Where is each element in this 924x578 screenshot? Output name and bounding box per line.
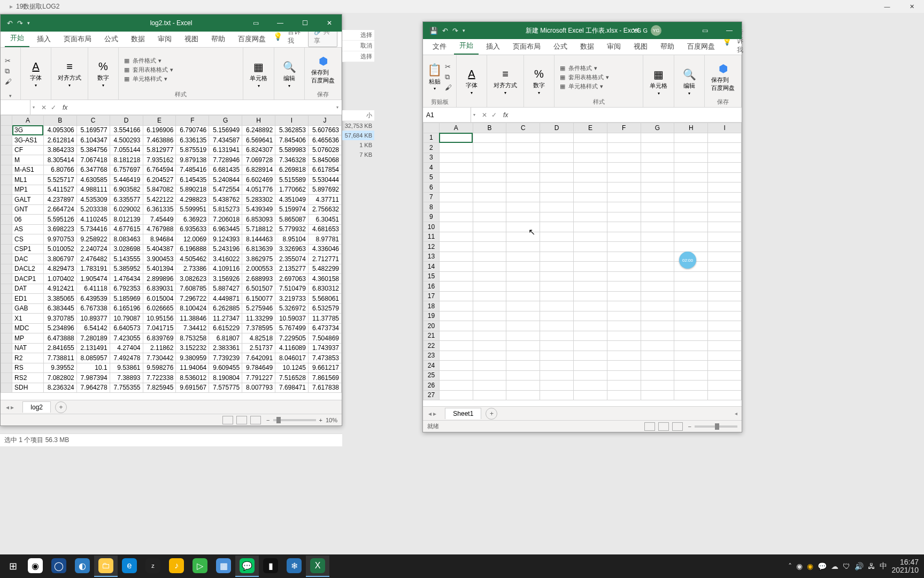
cell[interactable]: 6.501507 — [242, 284, 275, 294]
cell[interactable]: 6.30451 — [308, 215, 341, 225]
row-header[interactable] — [1, 244, 12, 254]
cell[interactable]: 5.401394 — [143, 264, 176, 274]
cell[interactable] — [439, 381, 473, 391]
cell[interactable] — [439, 222, 473, 232]
col-header[interactable]: E — [143, 116, 176, 126]
cell[interactable] — [574, 370, 607, 381]
cell[interactable]: 7.987394 — [76, 373, 110, 383]
number-button[interactable]: %数字▾ — [93, 59, 114, 89]
cell[interactable]: 6.473734 — [308, 323, 341, 333]
cell[interactable]: 1.070402 — [43, 274, 76, 284]
tray-shield-icon[interactable]: 🛡 — [843, 562, 850, 571]
formula-expand-icon[interactable]: ▾ — [333, 105, 342, 110]
cell[interactable] — [574, 212, 607, 222]
cell[interactable]: 7.473853 — [308, 353, 341, 363]
name-box[interactable] — [1, 100, 30, 115]
cell[interactable] — [439, 271, 473, 282]
col-header[interactable]: B — [473, 123, 506, 133]
cell[interactable]: 4.109116 — [209, 264, 242, 274]
cell[interactable]: 6.104347 — [76, 135, 110, 146]
row-header[interactable] — [1, 165, 12, 175]
cell[interactable] — [607, 252, 641, 262]
cell[interactable]: 7.608785 — [176, 284, 209, 294]
cell[interactable] — [439, 242, 473, 252]
sheet-left[interactable]: ABCDEFGHIJ3G4.0953065.1695773.5541666.19… — [1, 115, 342, 400]
cell[interactable] — [708, 381, 742, 391]
cell[interactable] — [708, 301, 742, 311]
row-header[interactable]: 1 — [424, 133, 440, 143]
cell[interactable]: 9.53861 — [110, 363, 143, 373]
normal-view-button[interactable] — [644, 422, 655, 431]
col-header[interactable]: C — [506, 123, 540, 133]
cell[interactable]: 3.416022 — [209, 254, 242, 264]
cell[interactable] — [708, 172, 742, 182]
cell[interactable] — [574, 361, 607, 371]
col-header[interactable]: D — [540, 123, 574, 133]
cell[interactable] — [708, 242, 742, 252]
cell[interactable] — [506, 390, 540, 400]
cell[interactable] — [708, 370, 742, 381]
cell[interactable]: 7.739239 — [209, 353, 242, 363]
cell[interactable]: 5.595126 — [43, 215, 76, 225]
cell[interactable]: 3.082623 — [176, 274, 209, 284]
row-header[interactable]: 19 — [424, 311, 440, 321]
cell[interactable] — [641, 351, 674, 361]
col-header[interactable]: C — [76, 116, 110, 126]
row-header[interactable]: 6 — [424, 182, 440, 193]
cell[interactable] — [708, 341, 742, 351]
cell[interactable]: 5.240844 — [209, 175, 242, 185]
cell[interactable]: 4.110245 — [76, 215, 110, 225]
page-break-view-button[interactable] — [672, 422, 683, 431]
cell[interactable]: 5.767499 — [275, 323, 309, 333]
cell[interactable]: 7.698471 — [275, 383, 309, 393]
cell[interactable]: 4.298823 — [176, 195, 209, 205]
cell[interactable] — [574, 351, 607, 361]
cell[interactable] — [607, 143, 641, 153]
cell[interactable] — [473, 232, 506, 242]
cell[interactable] — [574, 301, 607, 311]
minimize-button[interactable]: — — [875, 0, 899, 13]
cell[interactable]: AS — [12, 224, 44, 234]
cell[interactable]: 6.131941 — [209, 145, 242, 155]
start-button[interactable]: ⊞ — [2, 556, 24, 577]
cell[interactable]: 4.449871 — [209, 294, 242, 304]
cell[interactable]: 7.423055 — [110, 333, 143, 344]
cell[interactable] — [674, 361, 708, 371]
cell[interactable]: 11.38846 — [176, 314, 209, 324]
row-header[interactable]: 18 — [424, 301, 440, 311]
sheet-tab[interactable]: Sheet1 — [445, 408, 481, 419]
tray-app2-icon[interactable]: ◉ — [807, 562, 813, 571]
cell[interactable] — [540, 172, 574, 182]
tab-formulas[interactable]: 公式 — [548, 39, 573, 55]
cell[interactable] — [506, 370, 540, 381]
tab-data[interactable]: 数据 — [126, 31, 150, 47]
cell[interactable] — [439, 153, 473, 163]
cell[interactable] — [540, 143, 574, 153]
cell[interactable]: 7.38893 — [110, 373, 143, 383]
cell[interactable]: 3.219733 — [275, 294, 309, 304]
cell[interactable]: 7.463886 — [143, 135, 176, 146]
cell[interactable] — [607, 271, 641, 282]
row-header[interactable] — [1, 204, 12, 215]
save-baidu-button[interactable]: ⬢保存到 百度网盘 — [309, 54, 337, 86]
save-baidu-button[interactable]: ⬢保存到 百度网盘 — [709, 61, 737, 93]
cell[interactable] — [506, 262, 540, 272]
cell[interactable]: 9.691567 — [176, 383, 209, 393]
cell[interactable]: 5.568061 — [308, 294, 341, 304]
cell[interactable] — [641, 361, 674, 371]
cell[interactable] — [607, 331, 641, 341]
cell[interactable]: 4.677615 — [110, 224, 143, 234]
zoom-out-button[interactable]: − — [266, 417, 270, 423]
ribbon-options-icon[interactable]: ▭ — [692, 22, 717, 39]
cell[interactable] — [674, 271, 708, 282]
cell[interactable]: 7.45449 — [143, 215, 176, 225]
cell[interactable] — [607, 242, 641, 252]
cell[interactable]: 6.269818 — [275, 165, 309, 175]
zoom-level[interactable]: 10% — [326, 417, 337, 423]
cell[interactable]: 8.046017 — [275, 353, 309, 363]
cell[interactable] — [439, 143, 473, 153]
cell[interactable] — [540, 282, 574, 292]
cell[interactable]: 6.473888 — [43, 333, 76, 344]
cell[interactable]: 6.615229 — [209, 323, 242, 333]
tb-znet[interactable]: z — [141, 556, 165, 577]
